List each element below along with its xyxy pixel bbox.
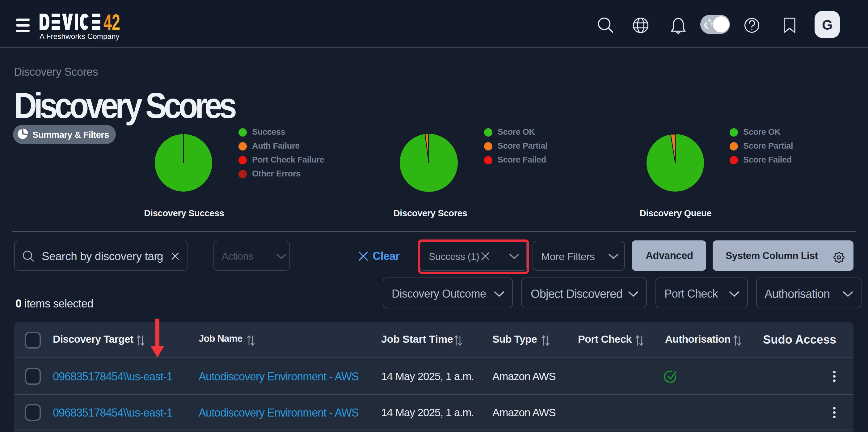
svg-text:G: G (822, 17, 833, 32)
